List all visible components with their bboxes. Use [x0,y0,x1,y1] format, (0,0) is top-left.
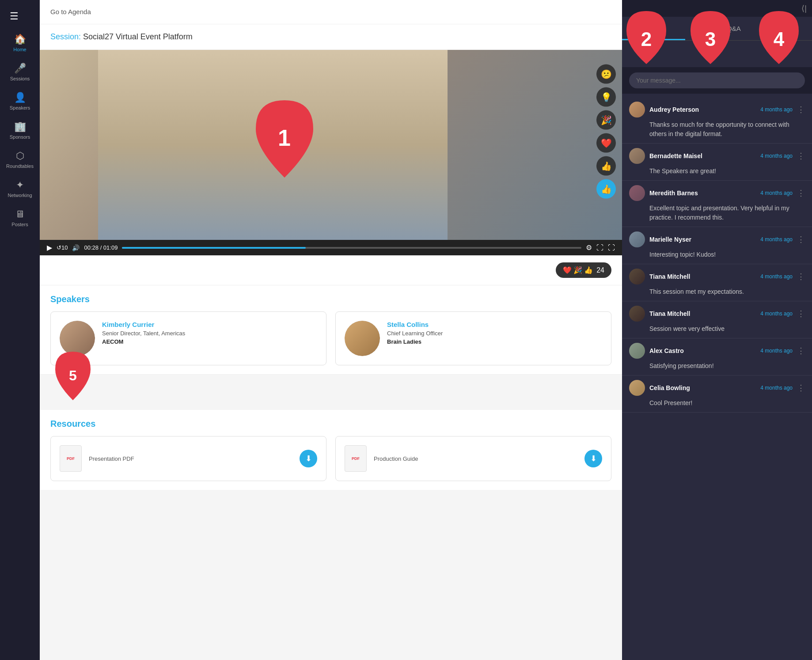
sidebar-item-posters[interactable]: 🖥 Posters [0,203,40,232]
msg-text-2: Excellent topic and presentation. Very h… [649,204,805,222]
msg-name-0: Audrey Peterson [649,106,756,113]
go-to-agenda-link[interactable]: Go to Agenda [50,8,91,15]
speaker-name-2[interactable]: Stella Collins [387,321,443,328]
chat-message-2: Meredith Barnes 4 months ago ⋮ Excellent… [622,181,812,227]
speakers-section: Speakers Kimberly Currier Senior Directo… [40,285,622,375]
resources-title: Resources [50,419,611,429]
networking-icon: ✦ [16,179,24,191]
msg-time-3: 4 months ago [760,236,793,243]
idea-reaction[interactable]: 💡 [596,87,616,107]
progress-bar[interactable] [122,247,581,249]
pdf-icon-1: PDF [60,445,82,472]
progress-fill [122,247,306,249]
main-content: Go to Agenda Session: Social27 Virtual E… [40,0,622,660]
like-button[interactable]: 👍 [596,179,616,199]
reaction-buttons: 😕 💡 🎉 ❤️ 👍 👍 [596,64,616,199]
speaker-company-2: Brain Ladies [387,338,443,345]
video-container[interactable]: 1 😕 💡 🎉 ❤️ 👍 👍 [40,50,622,240]
speaker-company-1: AECOM [102,338,185,345]
panel-toggle-button[interactable]: ⟨| [622,0,812,17]
speaker-card-1: Kimberly Currier Senior Director, Talent… [50,311,326,365]
msg-text-6: Satisfying presentation! [649,361,805,371]
msg-text-1: The Speakers are great! [649,167,805,176]
download-button-1[interactable]: ⬇ [300,450,317,467]
msg-avatar-5 [629,306,645,322]
msg-more-4[interactable]: ⋮ [797,272,805,281]
settings-icon[interactable]: ⚙ [586,243,592,252]
sidebar-item-sponsors[interactable]: 🏢 Sponsors [0,116,40,145]
chat-message-6: Alex Castro 4 months ago ⋮ Satisfying pr… [622,338,812,376]
chat-message-0: Audrey Peterson 4 months ago ⋮ Thanks so… [622,97,812,144]
speaker-avatar-2 [345,321,380,356]
msg-name-6: Alex Castro [649,347,756,354]
msg-avatar-6 [629,343,645,359]
resource-card-2: PDF Production Guide ⬇ [335,436,611,481]
speakers-icon: 👤 [14,92,26,103]
msg-text-4: This session met my expectations. [649,287,805,296]
sidebar-item-speakers[interactable]: 👤 Speakers [0,87,40,116]
party-reaction[interactable]: 🎉 [596,110,616,130]
msg-time-1: 4 months ago [760,153,793,159]
sidebar-item-roundtables[interactable]: ⬡ Roundtables [0,145,40,174]
confused-reaction[interactable]: 😕 [596,64,616,84]
tab-chat[interactable]: Chat [622,17,685,40]
msg-more-7[interactable]: ⋮ [797,383,805,393]
sidebar-label-sessions: Sessions [10,76,30,81]
session-header: Session: Social27 Virtual Event Platform [40,24,622,50]
speaker-name-1[interactable]: Kimberly Currier [102,321,185,328]
msg-more-6[interactable]: ⋮ [797,346,805,356]
msg-avatar-0 [629,102,645,118]
sidebar: ☰ 🏠 Home 🎤 Sessions 👤 Speakers 🏢 Sponsor… [0,0,40,660]
chat-message-5: Tiana Mitchell 4 months ago ⋮ Session we… [622,301,812,338]
sidebar-item-networking[interactable]: ✦ Networking [0,174,40,203]
sidebar-item-sessions[interactable]: 🎤 Sessions [0,57,40,87]
play-button[interactable]: ▶ [47,243,52,252]
miniplayer-icon[interactable]: ⛶ [596,244,603,252]
sidebar-label-home: Home [13,47,26,52]
panel-tabs: Chat Moderated Q&A Polls [622,17,812,41]
tab-polls[interactable]: Polls [749,17,812,40]
sidebar-item-home[interactable]: 🏠 Home [0,28,40,57]
msg-avatar-3 [629,231,645,247]
msg-name-2: Meredith Barnes [649,190,756,197]
msg-more-2[interactable]: ⋮ [797,188,805,198]
download-button-2[interactable]: ⬇ [584,450,602,467]
speaker-info-1: Kimberly Currier Senior Director, Talent… [102,321,185,345]
top-bar: Go to Agenda [40,0,622,24]
msg-avatar-1 [629,148,645,164]
msg-name-4: Tiana Mitchell [649,273,756,280]
replay-button[interactable]: ↺10 [57,244,68,251]
msg-more-5[interactable]: ⋮ [797,309,805,319]
msg-more-3[interactable]: ⋮ [797,235,805,244]
volume-icon[interactable]: 🔊 [72,244,80,251]
msg-text-0: Thanks so much for the opportunity to co… [649,120,805,139]
video-controls: ▶ ↺10 🔊 00:28 / 01:09 ⚙ ⛶ ⛶ [40,240,622,255]
speaker-card-2: Stella Collins Chief Learning Officer Br… [335,311,611,365]
speakers-grid: Kimberly Currier Senior Director, Talent… [50,311,611,365]
msg-more-0[interactable]: ⋮ [797,105,805,114]
msg-name-7: Celia Bowling [649,384,756,391]
msg-time-2: 4 months ago [760,190,793,196]
msg-time-7: 4 months ago [760,385,793,391]
msg-time-0: 4 months ago [760,106,793,113]
heart-reaction[interactable]: ❤️ [596,133,616,153]
tab-moderated-qa[interactable]: Moderated Q&A [685,17,748,40]
speaker-info-2: Stella Collins Chief Learning Officer Br… [387,321,443,345]
chat-message-3: Marielle Nyser 4 months ago ⋮ Interestin… [622,227,812,264]
menu-icon[interactable]: ☰ [4,4,25,28]
fullscreen-icon[interactable]: ⛶ [608,244,615,252]
speaker-role-1: Senior Director, Talent, Americas [102,330,185,337]
posters-icon: 🖥 [15,209,25,220]
reaction-summary[interactable]: ❤️ 🎉 👍 24 [556,262,611,278]
sidebar-label-sponsors: Sponsors [10,134,30,140]
thumbsup-reaction[interactable]: 👍 [596,156,616,176]
msg-avatar-7 [629,380,645,396]
speaker-role-2: Chief Learning Officer [387,330,443,337]
msg-more-1[interactable]: ⋮ [797,151,805,161]
pdf-icon-2: PDF [345,445,367,472]
video-background [40,50,622,240]
resource-card-1: PDF Presentation PDF ⬇ [50,436,326,481]
chat-input[interactable] [629,72,805,88]
chat-message-1: Bernadette Maisel 4 months ago ⋮ The Spe… [622,144,812,181]
msg-text-5: Session were very effective [649,324,805,334]
